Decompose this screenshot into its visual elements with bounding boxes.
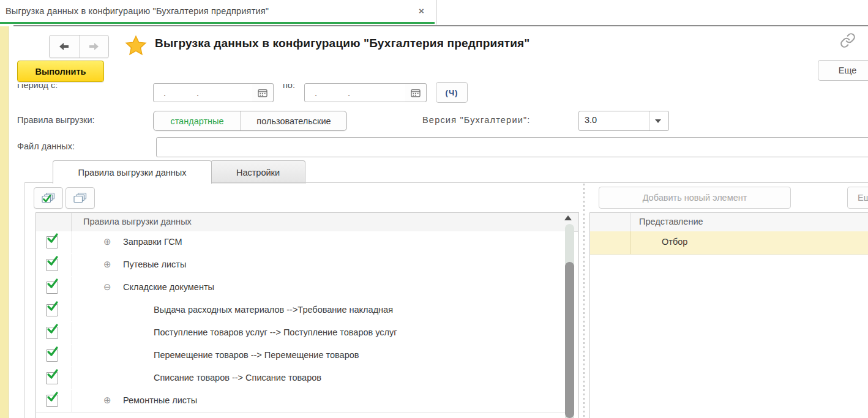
row-column-divider [71, 277, 72, 299]
row-column-divider [71, 345, 72, 367]
period-select-icon: (Ч) [446, 88, 458, 97]
scrollbar-thumb[interactable] [565, 262, 574, 418]
table-row[interactable]: ⊕ Ремонтные листы [36, 390, 565, 413]
period-from-field[interactable]: . . [153, 83, 253, 102]
calendar-icon [411, 89, 421, 97]
row-column-divider [71, 322, 72, 344]
version-value: 3.0 [585, 115, 597, 125]
rule-row-label: Путевые листы [123, 259, 186, 269]
export-rules-table: Правила выгрузки данных ⊕ Заправки ГСМ ⊕… [36, 212, 579, 418]
tab-page-left-border [24, 182, 25, 418]
more-button-right[interactable]: Еще [847, 187, 868, 209]
back-arrow-icon [59, 43, 69, 50]
forward-arrow-icon [89, 43, 99, 50]
table-header-row: Правила выгрузки данных [36, 213, 578, 232]
chevron-down-icon[interactable] [655, 119, 661, 123]
column-header-presentation[interactable]: Представление [639, 217, 703, 226]
window-tab-bar: Выгрузка данных в конфигурацию "Бухгалте… [0, 0, 868, 25]
rules-toggle-group: стандартные пользовательские [153, 111, 347, 131]
version-label: Версия "Бухгалтерии": [422, 115, 531, 125]
rules-toggle-custom[interactable]: пользовательские [241, 111, 346, 130]
data-file-input[interactable] [156, 137, 868, 157]
row-column-divider [71, 367, 72, 389]
selection-row-label: Отбор [662, 237, 687, 247]
table-header-row: Представление [590, 213, 868, 232]
period-to-calendar-button[interactable] [405, 83, 427, 102]
window-tab[interactable]: Выгрузка данных в конфигурацию "Бухгалте… [0, 0, 436, 24]
column-divider [71, 213, 72, 231]
selection-table: Представление Отбор [589, 212, 868, 418]
period-from-calendar-button[interactable] [252, 83, 274, 102]
table-row[interactable]: ⊕ Заправки ГСМ [36, 231, 565, 255]
add-element-button[interactable]: Добавить новый элемент [599, 187, 791, 209]
form-accent-strip [0, 26, 9, 418]
checkbox-checked[interactable] [46, 259, 58, 271]
table-row[interactable]: ⊕ Путевые листы [36, 254, 565, 277]
checkbox-checked[interactable] [46, 395, 58, 407]
copy-link-icon[interactable] [840, 32, 856, 48]
row-column-divider [630, 231, 630, 254]
column-header-rules[interactable]: Правила выгрузки данных [83, 217, 192, 226]
panel-splitter[interactable] [582, 184, 585, 418]
page-title: Выгрузка данных в конфигурацию "Бухгалте… [155, 37, 530, 50]
tab-title: Выгрузка данных в конфигурацию "Бухгалте… [6, 6, 269, 16]
checkbox-checked[interactable] [46, 372, 58, 384]
close-icon[interactable]: × [419, 6, 424, 16]
rules-toggle-standard[interactable]: стандартные [154, 111, 241, 130]
version-select[interactable]: 3.0 [578, 111, 669, 131]
column-divider [630, 213, 630, 231]
checkbox-checked[interactable] [46, 236, 58, 248]
active-tab-underline [0, 22, 435, 24]
row-column-divider [71, 231, 72, 253]
expand-plus-icon[interactable]: ⊕ [103, 259, 111, 270]
tab-settings[interactable]: Настройки [211, 160, 305, 184]
period-select-button[interactable]: (Ч) [436, 82, 468, 103]
rule-row-label: Выдача расходных материалов -->Требовани… [154, 305, 393, 315]
more-button-top[interactable]: Еще [818, 60, 868, 81]
tab-export-rules[interactable]: Правила выгрузки данных [53, 160, 212, 184]
checkbox-checked[interactable] [46, 304, 58, 316]
calendar-icon [258, 89, 268, 97]
checkbox-checked[interactable] [46, 349, 58, 362]
scroll-up-icon[interactable] [564, 215, 572, 220]
uncheck-all-button[interactable] [65, 187, 95, 209]
table-row[interactable]: Списание товаров --> Списание товаров [36, 367, 565, 390]
forward-button[interactable] [79, 35, 108, 58]
uncheck-all-pages-icon [72, 192, 88, 204]
table-row[interactable]: Выдача расходных материалов -->Требовани… [36, 299, 565, 323]
expand-plus-icon[interactable]: ⊕ [103, 395, 111, 406]
execute-button[interactable]: Выполнить [17, 61, 104, 82]
rule-row-label: Списание товаров --> Списание товаров [154, 373, 321, 383]
form-top-border [13, 25, 868, 26]
export-rules-label: Правила выгрузки: [17, 115, 95, 125]
back-button[interactable] [50, 35, 80, 58]
row-column-divider [71, 299, 72, 321]
period-to-field[interactable]: . . [304, 83, 406, 102]
rule-row-label: Ремонтные листы [123, 395, 197, 405]
table-row[interactable]: ⊖ Складские документы [36, 277, 565, 300]
table-row[interactable]: Поступление товаров услуг --> Поступлени… [36, 322, 565, 345]
check-all-button[interactable] [34, 187, 63, 209]
rule-row-label: Перемещение товаров --> Перемещение това… [154, 350, 359, 360]
selected-row[interactable]: Отбор [590, 231, 868, 255]
data-file-label: Файл данных: [17, 141, 75, 151]
check-all-pages-icon [40, 192, 56, 204]
navigation-buttons [49, 35, 109, 58]
favorite-star-icon[interactable] [125, 35, 147, 57]
period-label: Период с: [17, 84, 91, 93]
collapse-minus-icon[interactable]: ⊖ [103, 282, 111, 293]
rule-row-label: Заправки ГСМ [123, 237, 182, 247]
row-column-divider [71, 390, 72, 412]
vertical-scrollbar[interactable] [565, 224, 574, 418]
period-to-label: по: [283, 84, 302, 93]
combo-divider [649, 111, 650, 130]
checkbox-checked[interactable] [46, 282, 58, 294]
table-row[interactable]: Перемещение товаров --> Перемещение това… [36, 345, 565, 368]
rule-row-label: Складские документы [123, 282, 214, 292]
rule-row-label: Поступление товаров услуг --> Поступлени… [154, 327, 397, 337]
checkbox-checked[interactable] [46, 327, 58, 339]
expand-plus-icon[interactable]: ⊕ [103, 236, 111, 247]
row-column-divider [71, 254, 72, 276]
